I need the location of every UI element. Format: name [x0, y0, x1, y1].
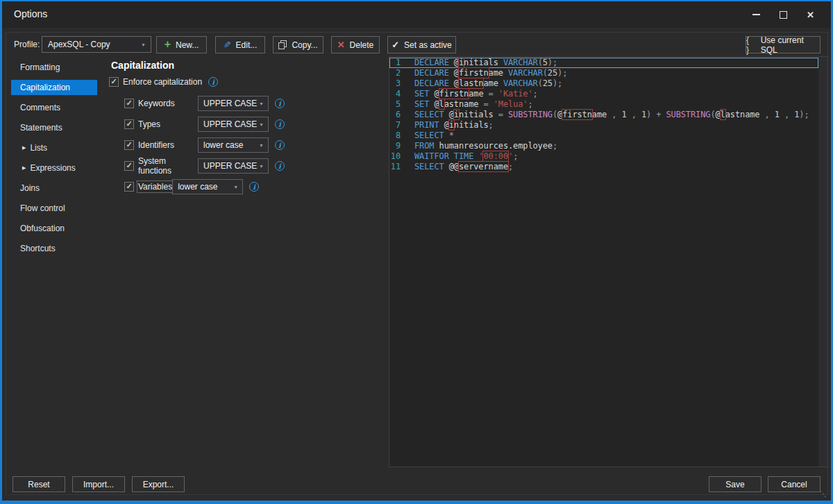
new-button[interactable]: + New...	[156, 36, 207, 53]
code-line: 7 PRINT @initials;	[389, 120, 818, 131]
case-dropdown-value: lower case	[178, 182, 217, 192]
case-dropdown[interactable]: UPPER CASE ▼	[198, 96, 269, 111]
check-icon: ✓	[126, 120, 132, 128]
case-dropdown[interactable]: lower case ▼	[172, 179, 243, 194]
sidebar-item[interactable]: ▶ Flow control	[11, 201, 97, 216]
profile-dropdown[interactable]: ApexSQL - Copy ▼	[42, 36, 151, 53]
chevron-right-icon[interactable]: ▶	[22, 165, 26, 171]
profile-label: Profile:	[14, 40, 40, 49]
cancel-button-label: Cancel	[781, 480, 807, 489]
braces-icon: { }	[746, 35, 756, 55]
case-dropdown[interactable]: lower case ▼	[198, 137, 269, 153]
case-dropdown[interactable]: UPPER CASE ▼	[198, 117, 269, 132]
case-dropdown[interactable]: UPPER CASE ▼	[198, 158, 269, 174]
sidebar-item-label: Expressions	[30, 163, 75, 173]
sidebar-item[interactable]: ▶ Comments	[11, 100, 97, 115]
code-text: DECLARE @firstname VARCHAR(25);	[414, 68, 567, 78]
info-icon[interactable]: i	[275, 119, 285, 129]
code-line: 6 SELECT @initials = SUBSTRING(@firstnam…	[389, 110, 818, 120]
chevron-down-icon: ▼	[259, 101, 264, 106]
sidebar-item-label: Lists	[30, 143, 47, 153]
use-current-sql-label: Use current SQL	[761, 35, 820, 55]
resize-grip-icon[interactable]: ⋱	[820, 490, 827, 498]
sidebar-item[interactable]: ▶ Statements	[11, 120, 97, 135]
enforce-capitalization-checkbox[interactable]: ✓	[109, 77, 119, 87]
setting-label: System functions	[138, 156, 198, 176]
sql-preview-editor[interactable]: 1 DECLARE @initials VARCHAR(5); 2 DECLAR…	[389, 56, 828, 467]
line-number: 1	[389, 58, 401, 68]
code-line: 8 SELECT *	[389, 131, 818, 141]
editor-scrollbar[interactable]	[818, 57, 827, 467]
export-button-label: Export...	[143, 480, 174, 489]
reset-button-label: Reset	[28, 480, 49, 489]
edit-button[interactable]: ✎ Edit...	[215, 36, 265, 53]
sidebar-item[interactable]: ▶ Expressions	[11, 160, 97, 176]
info-icon[interactable]: i	[208, 77, 218, 87]
code-text: SELECT @@servername;	[414, 162, 513, 172]
chevron-down-icon: ▼	[233, 185, 238, 190]
sidebar-item-label: Joins	[20, 183, 40, 193]
setting-checkbox[interactable]: ✓	[124, 182, 134, 192]
titlebar[interactable]: Options ✕	[2, 1, 831, 28]
code-text: SELECT *	[414, 131, 454, 141]
delete-button[interactable]: ✕ Delete	[331, 36, 380, 53]
export-button[interactable]: Export...	[132, 476, 185, 492]
chevron-down-icon: ▼	[141, 42, 146, 47]
cancel-button[interactable]: Cancel	[768, 476, 821, 492]
sidebar-item[interactable]: ▶ Obfuscation	[11, 221, 97, 236]
plus-icon: +	[165, 39, 171, 50]
sidebar-item[interactable]: ▶ Shortcuts	[11, 241, 97, 256]
info-icon[interactable]: i	[249, 182, 259, 192]
copy-button-label: Copy...	[292, 40, 317, 50]
sidebar-item-label: Shortcuts	[20, 244, 56, 253]
line-number: 9	[389, 141, 401, 151]
copy-button[interactable]: Copy...	[273, 36, 323, 53]
chevron-right-icon[interactable]: ▶	[22, 145, 26, 151]
set-as-active-button[interactable]: ✓ Set as active	[387, 36, 456, 53]
line-number: 5	[389, 99, 401, 110]
sidebar-item[interactable]: ▶ Capitalization	[11, 80, 97, 95]
info-icon[interactable]: i	[275, 99, 285, 108]
reset-button[interactable]: Reset	[12, 476, 65, 492]
sidebar-item[interactable]: ▶ Lists	[11, 140, 97, 156]
code-line: 2 DECLARE @firstname VARCHAR(25);	[389, 68, 818, 78]
sidebar-item[interactable]: ▶ Joins	[11, 180, 97, 196]
code-line: 9 FROM humanresources.employee;	[389, 141, 818, 151]
capitalization-panel: Capitalization ✓ Enforce capitalization …	[109, 60, 303, 200]
delete-button-label: Delete	[350, 40, 374, 50]
setting-label: Keywords	[138, 99, 198, 108]
maximize-button[interactable]	[770, 4, 797, 25]
window-title: Options	[14, 8, 47, 19]
close-button[interactable]: ✕	[797, 4, 824, 25]
case-dropdown-value: lower case	[203, 140, 243, 150]
options-dialog: Options ✕ Profile: ApexSQL - Copy ▼ + Ne…	[2, 1, 831, 501]
use-current-sql-button[interactable]: { } Use current SQL	[746, 36, 821, 53]
capitalization-setting-row: ✓ System functions UPPER CASE ▼ i	[124, 158, 303, 174]
setting-label: Identifiers	[138, 140, 198, 150]
window-controls: ✕	[743, 4, 824, 25]
setting-checkbox[interactable]: ✓	[124, 119, 134, 129]
save-button[interactable]: Save	[709, 476, 762, 492]
save-button-label: Save	[725, 480, 744, 489]
info-icon[interactable]: i	[275, 140, 285, 150]
minimize-icon	[752, 14, 760, 15]
line-number: 7	[389, 120, 401, 131]
enforce-capitalization-row: ✓ Enforce capitalization i	[109, 77, 303, 87]
code-line: 10 WAITFOR TIME '00:00';	[389, 151, 818, 162]
code-line: 11 SELECT @@servername;	[389, 162, 818, 172]
setting-checkbox[interactable]: ✓	[124, 99, 134, 108]
code-text: FROM humanresources.employee;	[414, 141, 557, 151]
line-number: 6	[389, 110, 401, 120]
sidebar-item[interactable]: ▶ Formatting	[11, 60, 97, 75]
setting-checkbox[interactable]: ✓	[124, 140, 134, 150]
code-area[interactable]: 1 DECLARE @initials VARCHAR(5); 2 DECLAR…	[389, 58, 818, 467]
setting-checkbox[interactable]: ✓	[124, 161, 134, 171]
copy-icon	[278, 40, 287, 49]
sidebar-item-label: Obfuscation	[20, 224, 65, 233]
minimize-button[interactable]	[743, 4, 770, 25]
sidebar-item-label: Formatting	[20, 62, 60, 72]
code-line: 1 DECLARE @initials VARCHAR(5);	[389, 58, 818, 68]
check-icon: ✓	[126, 183, 132, 190]
info-icon[interactable]: i	[275, 161, 285, 171]
import-button[interactable]: Import...	[72, 476, 125, 492]
